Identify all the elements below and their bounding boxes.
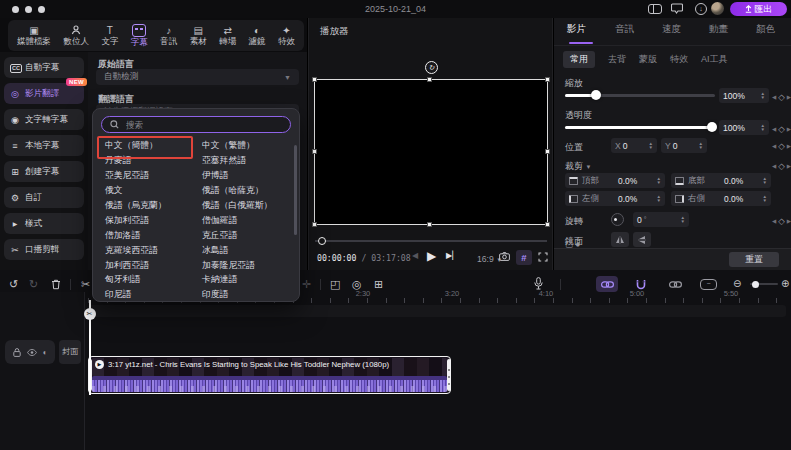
language-option[interactable]: 加利西亞語 <box>93 260 202 272</box>
scale-slider[interactable] <box>565 94 715 97</box>
cover-button[interactable]: 封面 <box>59 340 81 364</box>
sidebar-item-voiceover-clip[interactable]: ✂口播剪輯 <box>4 239 84 260</box>
resize-handle[interactable] <box>427 77 432 82</box>
search-input[interactable] <box>124 119 282 131</box>
track-height-icon[interactable]: − <box>700 279 717 290</box>
resize-handle[interactable] <box>312 77 317 82</box>
tab-transitions[interactable]: ⇄轉場 <box>219 25 236 46</box>
seek-bar[interactable] <box>315 240 547 242</box>
position-x[interactable]: X0▲▼ <box>611 138 657 153</box>
scale-value[interactable]: 100%▲▼ <box>719 88 769 103</box>
language-option[interactable]: 克羅埃西亞語 <box>93 245 202 257</box>
play-icon[interactable]: ▶ <box>427 249 436 263</box>
crop-keyframe[interactable]: ◀◇▶ <box>772 161 791 171</box>
position-keyframe[interactable]: ◀◇▶ <box>772 141 791 151</box>
mute-track-icon[interactable]: ◐ <box>43 348 48 357</box>
tab-speed[interactable]: 速度 <box>662 23 681 36</box>
tab-audio-props[interactable]: 音訊 <box>615 23 634 36</box>
crop-right[interactable]: 右側0.0%▲▼ <box>671 191 771 206</box>
seek-thumb[interactable] <box>318 237 326 245</box>
language-option[interactable]: 卡納達語 <box>202 274 237 286</box>
language-option[interactable]: 克丘亞語 <box>202 230 237 242</box>
split-playhead-icon[interactable]: ✂ <box>84 308 96 320</box>
keyframe-link-icon[interactable] <box>664 276 686 292</box>
language-option[interactable]: 中文（繁體） <box>202 140 255 152</box>
language-option[interactable]: 亞美尼亞語 <box>93 170 202 182</box>
trash-icon[interactable] <box>51 279 61 290</box>
tab-media[interactable]: ▣媒體檔案 <box>17 25 51 46</box>
split-scissors-icon[interactable]: ✂ <box>81 278 90 290</box>
language-option[interactable]: 僧加洛語 <box>93 230 202 242</box>
dropdown-scrollbar[interactable] <box>294 145 297 235</box>
zoom-slider-thumb[interactable] <box>752 281 759 288</box>
rotate-value[interactable]: 0°▲▼ <box>633 212 689 227</box>
video-preview[interactable] <box>314 79 548 225</box>
opacity-slider[interactable] <box>565 126 715 129</box>
source-language-select[interactable]: 自動檢測▼ <box>96 69 299 85</box>
language-option[interactable]: 亞塞拜然語 <box>202 155 246 167</box>
reset-button[interactable]: 重置 <box>729 252 779 267</box>
language-option[interactable]: 俄文 <box>93 185 202 197</box>
opacity-keyframe[interactable]: ◀◇▶ <box>772 124 791 134</box>
language-option[interactable]: 匈牙利語 <box>93 274 202 286</box>
rotate-keyframe[interactable]: ◀◇▶ <box>772 216 791 226</box>
trim-handle-right[interactable] <box>447 359 451 391</box>
download-status-icon[interactable]: ↓ <box>695 3 707 15</box>
tab-text[interactable]: T文字 <box>101 25 118 46</box>
tab-filters[interactable]: ◐濾鏡 <box>249 25 266 46</box>
sidebar-item-custom[interactable]: ⚙自訂 <box>4 187 84 208</box>
subtab-ai-tools[interactable]: AI工具 <box>701 53 728 66</box>
flip-vertical-icon[interactable] <box>633 232 651 247</box>
sidebar-item-auto-subtitle[interactable]: CC自動字幕 <box>4 57 84 78</box>
next-frame-icon[interactable]: ▶▏ <box>446 251 458 260</box>
tab-subtitles[interactable]: 字幕 <box>131 24 148 47</box>
language-option[interactable]: 印尼語 <box>93 289 202 301</box>
zoom-in-icon[interactable]: ⊕ <box>781 278 789 290</box>
export-button[interactable]: 匯出 <box>730 2 787 16</box>
playhead[interactable]: ✂ <box>89 300 91 395</box>
language-option[interactable]: 俄語（白俄羅斯） <box>202 200 272 212</box>
lock-track-icon[interactable] <box>13 348 21 357</box>
sidebar-item-create-subtitle[interactable]: ⊞創建字幕 <box>4 161 84 182</box>
sidebar-item-video-translate[interactable]: ◎影片翻譯NEW <box>4 83 84 104</box>
prev-frame-icon[interactable]: ◀ <box>412 251 418 260</box>
resize-handle[interactable] <box>427 222 432 227</box>
position-y[interactable]: Y0▲▼ <box>661 138 707 153</box>
crop-tool-icon[interactable]: ◰ <box>330 278 340 290</box>
video-clip[interactable]: ▶ 3:17 yt1z.net - Chris Evans Is Startin… <box>88 356 451 394</box>
tab-stock[interactable]: ▤素材 <box>190 25 207 46</box>
language-option[interactable]: 僧伽羅語 <box>202 215 237 227</box>
grid-overlay-icon[interactable]: # <box>516 250 532 265</box>
feedback-icon[interactable] <box>671 3 686 16</box>
tab-animation[interactable]: 動畫 <box>709 23 728 36</box>
auto-ripple-icon[interactable]: ✛ <box>302 278 311 290</box>
opacity-value[interactable]: 100%▲▼ <box>719 120 769 135</box>
rotate-dial[interactable] <box>611 213 624 226</box>
sidebar-item-local-subtitle[interactable]: ≡本地字幕 <box>4 135 84 156</box>
resize-handle[interactable] <box>545 77 550 82</box>
crop-bottom[interactable]: 底部0.0%▲▼ <box>671 173 771 188</box>
redo-icon[interactable]: ↻ <box>29 278 38 290</box>
hide-track-icon[interactable] <box>27 349 37 356</box>
crop-left[interactable]: 左側0.0%▲▼ <box>565 191 665 206</box>
crop-top[interactable]: 頂部0.0%▲▼ <box>565 173 665 188</box>
undo-icon[interactable]: ↺ <box>9 278 18 290</box>
tab-digital-human[interactable]: 數位人 <box>63 25 89 46</box>
language-option[interactable]: 印度語 <box>202 289 228 301</box>
tab-color[interactable]: 顏色 <box>756 23 775 36</box>
fullscreen-icon[interactable] <box>538 252 548 262</box>
language-option[interactable]: 俄語（烏克蘭） <box>93 200 202 212</box>
resize-handle[interactable] <box>545 149 550 154</box>
resize-handle[interactable] <box>312 149 317 154</box>
language-option[interactable]: 保加利亞語 <box>93 215 202 227</box>
sidebar-item-style[interactable]: ▶樣式 <box>4 213 84 234</box>
layout-icon[interactable] <box>648 4 662 14</box>
scale-keyframe[interactable]: ◀◇▶ <box>772 92 791 102</box>
language-option[interactable]: 冰島語 <box>202 245 228 257</box>
tab-video[interactable]: 影片 <box>567 23 586 36</box>
tab-effects[interactable]: ✦特效 <box>278 25 295 46</box>
subtab-general[interactable]: 常用 <box>563 51 595 68</box>
zoom-fit-icon[interactable]: ⊞ <box>374 278 383 290</box>
tab-audio[interactable]: ♪音訊 <box>160 25 177 46</box>
snapshot-icon[interactable] <box>499 252 510 261</box>
